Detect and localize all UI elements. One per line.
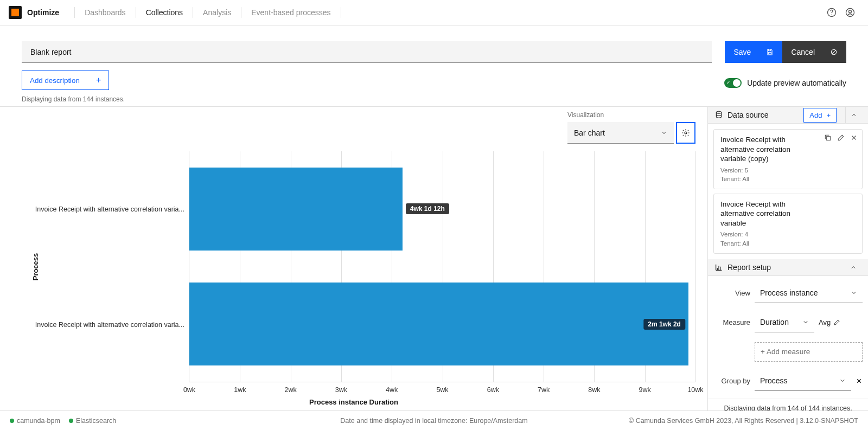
plus-icon: + bbox=[96, 76, 101, 85]
report-setup-title: Report setup bbox=[727, 263, 780, 272]
toggle-switch[interactable]: ✓ bbox=[724, 78, 742, 88]
measure-aggregation[interactable]: Avg bbox=[819, 318, 841, 326]
add-data-source-button[interactable]: Add + bbox=[803, 108, 837, 123]
measure-select[interactable]: Duration bbox=[755, 313, 814, 332]
add-description-button[interactable]: Add description + bbox=[22, 70, 109, 90]
svg-point-2 bbox=[846, 9, 854, 17]
main-area: Visualization Bar chart Process Invoice … bbox=[0, 106, 868, 410]
data-source-header: Data source Add + bbox=[708, 107, 868, 124]
chart-icon bbox=[714, 263, 723, 272]
bar-value-label: 4wk 1d 12h bbox=[406, 203, 449, 214]
collapse-report-setup[interactable] bbox=[845, 259, 861, 275]
x-tick: 3wk bbox=[335, 386, 347, 394]
instances-note: Displaying data from 144 instances. bbox=[22, 95, 724, 103]
chart-pane: Visualization Bar chart Process Invoice … bbox=[0, 107, 707, 410]
x-tick: 8wk bbox=[588, 386, 600, 394]
add-measure-button[interactable]: + Add measure bbox=[755, 342, 863, 362]
svg-point-1 bbox=[831, 15, 832, 15]
status-timezone: Date and time displayed in local timezon… bbox=[340, 417, 527, 425]
x-tick: 5wk bbox=[436, 386, 448, 394]
nav-item[interactable]: Collections bbox=[136, 7, 193, 18]
x-tick: 0wk bbox=[183, 386, 195, 394]
bar-value-label: 2m 1wk 2d bbox=[643, 319, 685, 330]
x-tick: 4wk bbox=[386, 386, 398, 394]
chart-settings-button[interactable] bbox=[676, 122, 695, 144]
chevron-down-icon bbox=[851, 290, 857, 296]
data-source-title: Data source bbox=[727, 111, 799, 119]
svg-rect-8 bbox=[827, 137, 831, 140]
nav-item[interactable]: Event-based processes bbox=[241, 7, 341, 18]
save-button[interactable]: Save bbox=[725, 41, 782, 63]
close-icon[interactable] bbox=[856, 377, 863, 384]
top-header: Optimize DashboardsCollectionsAnalysisEv… bbox=[0, 0, 868, 25]
svg-point-7 bbox=[716, 111, 721, 113]
report-title-input[interactable] bbox=[22, 41, 712, 63]
visualization-label: Visualization bbox=[567, 111, 695, 119]
measure-label: Measure bbox=[713, 318, 750, 326]
chart-bar bbox=[189, 168, 403, 251]
x-tick: 10wk bbox=[687, 386, 703, 394]
svg-rect-4 bbox=[769, 53, 771, 55]
auto-update-toggle[interactable]: ✓ Update preview automatically bbox=[724, 78, 846, 88]
cancel-button[interactable]: Cancel bbox=[782, 41, 846, 63]
collapse-data-source[interactable] bbox=[845, 107, 861, 123]
svg-point-6 bbox=[685, 132, 687, 134]
save-label: Save bbox=[733, 48, 751, 56]
status-bar: camunda-bpmElasticsearch Date and time d… bbox=[0, 410, 868, 430]
chevron-up-icon bbox=[851, 112, 857, 118]
svg-point-3 bbox=[849, 10, 852, 13]
close-icon[interactable] bbox=[850, 134, 858, 142]
x-tick: 7wk bbox=[538, 386, 550, 394]
gear-icon bbox=[681, 129, 690, 137]
save-icon bbox=[766, 48, 774, 56]
panel-footer-note: Displaying data from 144 of 144 instance… bbox=[708, 399, 868, 410]
data-source-card[interactable]: Invoice Receipt with alternative correla… bbox=[713, 129, 863, 189]
view-select[interactable]: Process instance bbox=[755, 284, 863, 303]
group-by-select[interactable]: Process bbox=[755, 371, 851, 391]
chevron-up-icon bbox=[850, 264, 857, 271]
group-by-label: Group by bbox=[713, 377, 750, 385]
x-tick: 2wk bbox=[284, 386, 296, 394]
edit-icon bbox=[833, 319, 840, 326]
add-description-label: Add description bbox=[30, 76, 80, 85]
chevron-down-icon bbox=[802, 319, 809, 325]
visualization-select[interactable]: Bar chart bbox=[567, 122, 674, 144]
report-setup-header: Report setup bbox=[708, 259, 868, 276]
x-tick: 1wk bbox=[234, 386, 246, 394]
chart-bar bbox=[189, 283, 688, 365]
title-row: Save Cancel bbox=[0, 25, 868, 63]
chart: Process Invoice Receipt with alternative… bbox=[20, 151, 695, 382]
copy-icon[interactable] bbox=[824, 134, 832, 142]
cancel-label: Cancel bbox=[791, 48, 815, 56]
status-service: Elasticsearch bbox=[69, 417, 116, 425]
chevron-down-icon bbox=[661, 130, 667, 136]
database-icon bbox=[714, 111, 723, 119]
x-axis-title: Process instance Duration bbox=[309, 398, 398, 406]
status-copyright: © Camunda Services GmbH 2023, All Rights… bbox=[629, 417, 858, 425]
edit-icon[interactable] bbox=[837, 134, 845, 142]
nav-item[interactable]: Analysis bbox=[193, 7, 241, 18]
app-name: Optimize bbox=[27, 8, 59, 17]
visualization-value: Bar chart bbox=[574, 129, 605, 137]
y-axis-category: Invoice Receipt with alternative correla… bbox=[35, 321, 184, 329]
x-tick: 9wk bbox=[639, 386, 651, 394]
user-icon[interactable] bbox=[841, 3, 859, 22]
data-source-card[interactable]: Invoice Receipt with alternative correla… bbox=[713, 194, 863, 254]
cancel-icon bbox=[830, 48, 838, 56]
view-label: View bbox=[713, 289, 750, 297]
side-panel: Data source Add + Invoice Receipt with a… bbox=[707, 107, 868, 410]
sub-row: Add description + Displaying data from 1… bbox=[0, 63, 868, 103]
chevron-down-icon bbox=[839, 377, 846, 384]
nav-item[interactable]: Dashboards bbox=[74, 7, 136, 18]
app-logo bbox=[9, 6, 22, 19]
y-axis-category: Invoice Receipt with alternative correla… bbox=[35, 206, 184, 213]
plus-icon: + bbox=[826, 111, 831, 119]
status-service: camunda-bpm bbox=[10, 417, 60, 425]
auto-update-label: Update preview automatically bbox=[747, 79, 846, 87]
x-tick: 6wk bbox=[487, 386, 499, 394]
help-icon[interactable] bbox=[822, 3, 841, 22]
